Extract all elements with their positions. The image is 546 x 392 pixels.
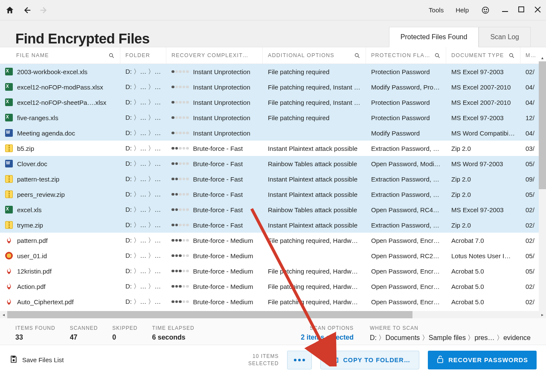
table-row[interactable]: peers_review.zipD: 〉… 〉filesBrute-force … <box>0 187 546 202</box>
type-text: MS Excel 2007-2010 <box>446 99 520 106</box>
svg-rect-3 <box>502 11 508 12</box>
file-name: pattern.pdf <box>17 237 48 244</box>
modified-text: 04/ <box>520 84 541 91</box>
home-icon[interactable] <box>5 6 15 15</box>
col-type[interactable]: DOCUMENT TYPE <box>446 47 520 63</box>
close-icon[interactable] <box>534 6 541 14</box>
flag-text: Open Password, RC2 … <box>366 252 446 259</box>
stat-where: WHERE TO SCAN D: 〉Documents 〉Sample file… <box>370 325 531 343</box>
scroll-up-icon[interactable]: ▴ <box>539 54 546 61</box>
svg-point-10 <box>13 359 15 361</box>
flag-text: Open Password, Encry… <box>366 237 446 244</box>
table-row[interactable]: excel12-noFOP-sheetPa….xlsxD: 〉… 〉filesI… <box>0 95 546 110</box>
xls-icon <box>5 206 13 213</box>
table-row[interactable]: Auto_Ciphertext.pdfD: 〉… 〉tmpBrute-force… <box>0 294 546 309</box>
hscrollbar-thumb[interactable] <box>7 311 412 318</box>
folder-path: D: 〉… 〉tmp <box>120 298 166 306</box>
recover-label: RECOVER PASSWORDS <box>448 357 528 363</box>
folder-path: D: 〉… 〉files <box>120 236 166 245</box>
flag-text: Open Password, Encry… <box>366 268 446 275</box>
complexity-text: Brute-force - Fast <box>193 191 243 198</box>
complexity-text: Brute-force - Medium <box>193 298 253 306</box>
flag-text: Extraction Password, … <box>366 145 446 152</box>
save-icon <box>9 355 18 365</box>
save-files-button[interactable]: Save Files List <box>9 355 64 365</box>
minimize-icon[interactable] <box>502 6 508 14</box>
folder-path: D: 〉… 〉files <box>120 190 166 199</box>
table-row[interactable]: Meeting agenda.docD: 〉… 〉filesInstant Un… <box>0 125 546 141</box>
search-icon[interactable] <box>354 52 360 59</box>
col-folder[interactable]: FOLDER <box>120 47 166 63</box>
modified-text: 05/ <box>520 160 541 167</box>
recover-passwords-button[interactable]: RECOVER PASSWORDS <box>428 351 537 369</box>
type-text: Acrobat 5.0 <box>446 298 520 306</box>
scroll-left-icon[interactable]: ◂ <box>0 311 7 318</box>
scroll-right-icon[interactable]: ▸ <box>539 311 546 318</box>
search-icon[interactable] <box>508 52 515 59</box>
col-filename[interactable]: FILE NAME <box>0 47 120 63</box>
smile-icon[interactable] <box>481 6 490 15</box>
table-row[interactable]: tryme.zipD: 〉… 〉tmpBrute-force - FastIns… <box>0 217 546 233</box>
options-text: File patching required, Hardwa… <box>263 268 366 275</box>
complexity-text: Brute-force - Medium <box>193 237 253 244</box>
table-row[interactable]: pattern.pdfD: 〉… 〉filesBrute-force - Med… <box>0 233 546 248</box>
search-icon[interactable] <box>108 52 115 59</box>
col-complexity[interactable]: RECOVERY COMPLEXIT… <box>166 47 263 63</box>
col-modified[interactable]: MODI… <box>520 47 541 63</box>
modified-text: 02/ <box>520 283 541 290</box>
tab-protected[interactable]: Protected Files Found <box>389 27 479 47</box>
table-row[interactable]: excel.xlsD: 〉… 〉tmpBrute-force - FastRai… <box>0 202 546 217</box>
table-row[interactable]: 2003-workbook-excel.xlsD: 〉… 〉filesInsta… <box>0 64 546 79</box>
complexity-text: Instant Unprotection <box>193 68 250 75</box>
col-flag[interactable]: PROTECTION FLA… <box>366 47 446 63</box>
scrollbar-thumb[interactable] <box>539 61 546 189</box>
modified-text: 02/ <box>520 206 541 213</box>
file-name: b5.zip <box>17 145 34 152</box>
options-text: File patching required, Instant … <box>263 99 366 106</box>
save-files-label: Save Files List <box>22 356 64 363</box>
xls-icon <box>5 83 13 91</box>
svg-point-6 <box>355 53 359 57</box>
table-row[interactable]: pattern-test.zipD: 〉… 〉filesBrute-force … <box>0 171 546 187</box>
file-name: Clover.doc <box>17 160 47 167</box>
maximize-icon[interactable] <box>518 6 524 14</box>
table-row[interactable]: Clover.docD: 〉… 〉filesBrute-force - Fast… <box>0 156 546 171</box>
flag-text: Open Password, Encry… <box>366 298 446 306</box>
complexity-text: Brute-force - Fast <box>193 206 243 213</box>
menu-help[interactable]: Help <box>456 6 469 14</box>
type-text: Lotus Notes User ID … <box>446 252 520 259</box>
folder-path: D: 〉… 〉files <box>120 114 166 122</box>
tab-scanlog[interactable]: Scan Log <box>479 27 531 47</box>
table-row[interactable]: 12kristin.pdfD: 〉… 〉tmpBrute-force - Med… <box>0 263 546 279</box>
table-row[interactable]: five-ranges.xlsD: 〉… 〉filesInstant Unpro… <box>0 110 546 125</box>
scan-options-link[interactable]: 2 items selected <box>301 334 354 341</box>
horizontal-scrollbar[interactable]: ◂ ▸ <box>0 311 546 318</box>
svg-rect-4 <box>519 7 524 12</box>
table-row[interactable]: user_01.idD: 〉… 〉filesBrute-force - Medi… <box>0 248 546 263</box>
modified-text: 04/ <box>520 130 541 137</box>
copy-to-folder-button[interactable]: COPY TO FOLDER… <box>320 351 419 369</box>
zip-icon <box>5 144 13 152</box>
table-row[interactable]: excel12-noFOP-modPass.xlsxD: 〉… 〉filesIn… <box>0 79 546 95</box>
folder-path: D: 〉… 〉tmp <box>120 267 166 275</box>
xls-icon <box>5 68 13 75</box>
doc-icon <box>5 160 13 167</box>
back-icon[interactable] <box>22 6 32 15</box>
file-name: Auto_Ciphertext.pdf <box>17 298 74 306</box>
id-icon <box>5 252 13 259</box>
more-button[interactable] <box>287 351 312 369</box>
table-row[interactable]: b5.zipD: 〉… 〉filesBrute-force - FastInst… <box>0 141 546 156</box>
page-title: Find Encrypted Files <box>15 31 150 47</box>
file-rows: 2003-workbook-excel.xlsD: 〉… 〉filesInsta… <box>0 64 546 311</box>
stat-items: ITEMS FOUND 33 <box>15 325 55 341</box>
complexity-text: Instant Unprotection <box>193 114 250 121</box>
col-options[interactable]: ADDITIONAL OPTIONS <box>263 47 366 63</box>
menu-tools[interactable]: Tools <box>429 6 444 14</box>
search-icon[interactable] <box>434 52 441 59</box>
options-text: Instant Plaintext attack possible <box>263 191 366 198</box>
table-row[interactable]: Action.pdfD: 〉… 〉tmpBrute-force - Medium… <box>0 279 546 294</box>
file-name: Meeting agenda.doc <box>17 130 75 137</box>
file-name: Action.pdf <box>17 283 46 290</box>
vertical-scrollbar[interactable]: ▴ <box>539 61 546 312</box>
svg-point-0 <box>482 7 489 13</box>
